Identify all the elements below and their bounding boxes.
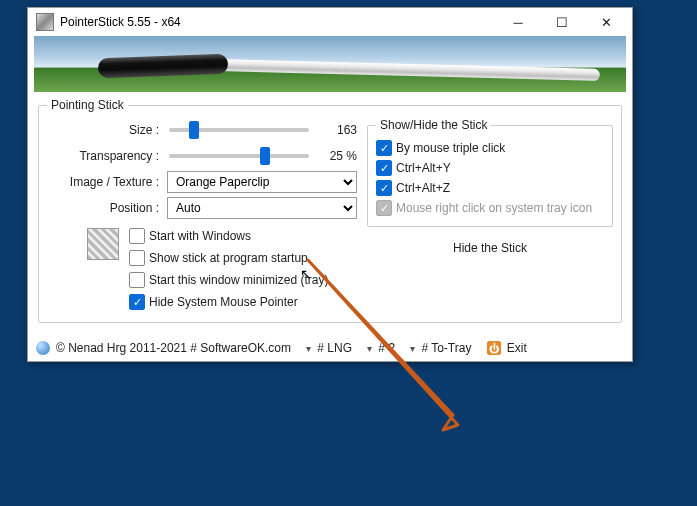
dropdown-icon: ▾ <box>410 343 415 354</box>
show-hide-legend: Show/Hide the Stick <box>376 118 491 132</box>
ctrl-alt-y-checkbox[interactable]: ✓ <box>376 160 392 176</box>
globe-icon <box>36 341 50 355</box>
transparency-label: Transparency : <box>47 149 167 163</box>
tray-right-click-checkbox: ✓ <box>376 200 392 216</box>
show-stick-startup-label: Show stick at program startup <box>149 251 308 265</box>
ctrl-alt-y-label: Ctrl+Alt+Y <box>396 161 451 175</box>
ctrl-alt-z-label: Ctrl+Alt+Z <box>396 181 450 195</box>
show-hide-fieldset: Show/Hide the Stick ✓ By mouse triple cl… <box>367 118 613 227</box>
tray-right-click-label: Mouse right click on system tray icon <box>396 201 592 215</box>
app-icon <box>36 13 54 31</box>
ctrl-alt-z-checkbox[interactable]: ✓ <box>376 180 392 196</box>
to-tray-link[interactable]: # To-Tray <box>421 341 471 355</box>
start-minimized-label: Start this window minimized (tray) <box>149 273 328 287</box>
pointing-stick-fieldset: Pointing Stick Size : 163 Transparency : <box>38 98 622 323</box>
size-label: Size : <box>47 123 167 137</box>
fieldset-legend: Pointing Stick <box>47 98 128 112</box>
maximize-button[interactable]: ☐ <box>540 8 584 36</box>
dropdown-icon: ▾ <box>306 343 311 354</box>
position-label: Position : <box>47 201 167 215</box>
banner-image <box>34 36 626 92</box>
transparency-value: 25 % <box>311 149 357 163</box>
texture-thumbnail-icon <box>87 228 119 260</box>
position-select[interactable]: Auto <box>167 197 357 219</box>
close-button[interactable]: ✕ <box>584 8 628 36</box>
titlebar: PointerStick 5.55 - x64 ─ ☐ ✕ <box>28 8 632 36</box>
start-with-windows-checkbox[interactable] <box>129 228 145 244</box>
image-label: Image / Texture : <box>47 175 167 189</box>
show-stick-startup-checkbox[interactable] <box>129 250 145 266</box>
help-link[interactable]: # ? <box>378 341 395 355</box>
exit-icon: ⏻ <box>487 341 501 355</box>
hide-mouse-pointer-checkbox[interactable]: ✓ <box>129 294 145 310</box>
dropdown-icon: ▾ <box>367 343 372 354</box>
image-select[interactable]: Orange Paperclip <box>167 171 357 193</box>
app-window: PointerStick 5.55 - x64 ─ ☐ ✕ Pointing S… <box>27 7 633 362</box>
copyright-text: © Nenad Hrg 2011-2021 # SoftwareOK.com <box>56 341 291 355</box>
hide-mouse-pointer-label: Hide System Mouse Pointer <box>149 295 298 309</box>
triple-click-label: By mouse triple click <box>396 141 505 155</box>
footer: © Nenad Hrg 2011-2021 # SoftwareOK.com ▾… <box>28 337 632 361</box>
start-with-windows-label: Start with Windows <box>149 229 251 243</box>
transparency-slider[interactable] <box>169 154 309 158</box>
start-minimized-checkbox[interactable] <box>129 272 145 288</box>
window-title: PointerStick 5.55 - x64 <box>60 15 496 29</box>
lng-link[interactable]: # LNG <box>317 341 352 355</box>
size-value: 163 <box>311 123 357 137</box>
minimize-button[interactable]: ─ <box>496 8 540 36</box>
exit-link[interactable]: Exit <box>507 341 527 355</box>
size-slider[interactable] <box>169 128 309 132</box>
hide-the-stick-button[interactable]: Hide the Stick <box>367 235 613 261</box>
triple-click-checkbox[interactable]: ✓ <box>376 140 392 156</box>
